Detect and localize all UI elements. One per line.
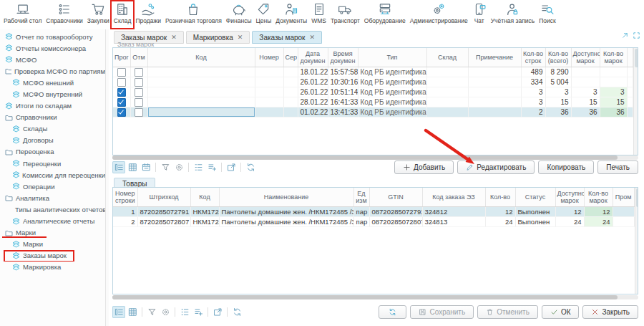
cell-kod[interactable] <box>147 97 255 107</box>
cell-sklad[interactable] <box>426 67 468 77</box>
cell-ser[interactable] <box>283 67 298 77</box>
sidebar-item-марки[interactable]: Марки <box>0 227 105 239</box>
cell-sklad[interactable] <box>426 77 468 87</box>
prog-checkbox[interactable] <box>117 88 126 97</box>
open-external-button[interactable] <box>225 161 238 173</box>
copy-button[interactable]: Копировать <box>538 160 594 174</box>
column-header[interactable]: Отм <box>130 48 147 67</box>
toolbar-item-prices[interactable]: Цены <box>254 0 274 29</box>
prog-checkbox[interactable] <box>117 78 126 87</box>
cell-total[interactable]: 3 <box>545 87 571 97</box>
settings-button[interactable] <box>159 306 172 318</box>
cell-order-code[interactable]: 324813 <box>422 217 485 227</box>
cell-nomer[interactable] <box>255 77 283 87</box>
toolbar-item-account[interactable]: Учётная запись <box>489 0 537 29</box>
cell-marks[interactable]: 24 <box>584 217 613 227</box>
sidebar-item-договоры[interactable]: Договоры <box>0 135 105 146</box>
view-list-button[interactable] <box>112 161 125 173</box>
cell-status[interactable]: Выполнен <box>515 207 555 217</box>
table-row[interactable]: 18.01.2215:57:58Код РБ идентификации4898… <box>113 67 633 77</box>
column-header[interactable]: Время докумен <box>328 48 358 67</box>
cell-available[interactable]: 15 <box>571 97 600 107</box>
cell-name[interactable]: Пантолеты домашние жен. /НКМ172485 /38/3… <box>219 217 353 227</box>
cell-lines[interactable]: 2 <box>521 107 545 118</box>
cell-prim[interactable] <box>468 67 521 77</box>
sidebar-item-мсфо-внутренний[interactable]: МСФО внутренний <box>0 88 105 100</box>
column-header[interactable] <box>627 48 633 67</box>
cell-marks[interactable] <box>600 77 627 87</box>
sidebar-item-аналитика[interactable]: Аналитика <box>0 192 105 203</box>
numbered-list-button[interactable] <box>192 161 205 173</box>
otm-checkbox[interactable] <box>135 108 143 117</box>
cell-available[interactable]: 12 <box>555 207 584 217</box>
tab-1[interactable]: Маркировка✕ <box>186 31 250 44</box>
refresh-button[interactable] <box>379 305 406 319</box>
cell-nomer[interactable] <box>255 87 283 97</box>
open-external-button[interactable] <box>211 306 224 318</box>
cell-otm[interactable] <box>130 77 147 87</box>
refresh-button[interactable] <box>244 161 257 173</box>
cell-lines[interactable]: 3 <box>521 97 545 107</box>
cell-sklad[interactable] <box>426 107 468 118</box>
settings-button[interactable] <box>172 161 185 173</box>
toolbar-item-wms[interactable]: WMS <box>309 0 328 29</box>
cell-num[interactable]: 2 <box>113 217 137 227</box>
sidebar-item-маркировка[interactable]: Маркировка <box>0 262 105 273</box>
column-header[interactable]: Кол-во (всего) <box>545 48 571 67</box>
cell-order-code[interactable]: 324812 <box>422 207 485 217</box>
close-button[interactable]: Закрыть <box>582 305 638 319</box>
prog-checkbox[interactable] <box>117 108 126 117</box>
cell-code[interactable]: НКМ172485 <box>190 207 219 217</box>
products-vertical-scrollbar[interactable] <box>635 188 639 294</box>
cell-kod[interactable] <box>147 87 255 97</box>
otm-checkbox[interactable] <box>135 88 143 97</box>
cell-ser[interactable] <box>283 97 298 107</box>
cell-marks[interactable]: 3 <box>600 87 627 97</box>
cell-num[interactable]: 1 <box>113 207 137 217</box>
cell-type[interactable]: Код РБ идентификации <box>358 67 426 77</box>
add-to-list-button[interactable] <box>205 161 218 173</box>
print-button[interactable]: Печать <box>597 160 638 174</box>
cell-kod[interactable] <box>147 67 255 77</box>
column-header[interactable]: Дата докумен <box>298 48 328 67</box>
cell-nomer[interactable] <box>255 97 283 107</box>
cell-prim[interactable] <box>468 77 521 87</box>
cell-gtin[interactable]: 08720285072791 <box>369 207 422 217</box>
view-grid-button[interactable] <box>126 161 139 173</box>
cell-kod[interactable] <box>147 77 255 87</box>
view-grid-button[interactable] <box>126 306 139 318</box>
add-button[interactable]: Добавить <box>394 160 454 174</box>
cell-available[interactable]: 36 <box>571 107 600 118</box>
sidebar-item-склады[interactable]: Склады <box>0 123 105 135</box>
column-header[interactable]: Номер <box>255 48 283 67</box>
cell-type[interactable]: Код РБ идентификации <box>358 87 426 97</box>
column-header[interactable]: Наименование <box>219 188 353 207</box>
column-header[interactable]: Доступно марок <box>555 188 584 207</box>
cell-date[interactable]: 01.02.22 <box>298 107 328 118</box>
cell-marks[interactable] <box>600 67 627 77</box>
cell-otm[interactable] <box>130 87 147 97</box>
cell-available[interactable] <box>571 77 600 87</box>
cell-nomer[interactable] <box>255 67 283 77</box>
tab-close-icon[interactable]: ✕ <box>238 34 243 41</box>
cell-qty[interactable]: 24 <box>485 217 515 227</box>
table-row[interactable]: 28.01.2216:41:33Код РБ идентификации3151… <box>113 97 633 107</box>
save-button[interactable]: Сохранить <box>410 305 474 319</box>
cell-date[interactable]: 26.01.22 <box>298 77 328 87</box>
toolbar-item-catalogs[interactable]: Справочники <box>44 0 85 29</box>
sidebar-item-марки[interactable]: Марки <box>0 239 105 250</box>
toolbar-item-transport[interactable]: Транспорт <box>328 0 362 29</box>
table-row[interactable]: 01.02.2213:41:33Код РБ идентификации2363… <box>113 107 633 118</box>
cell-prog[interactable] <box>113 87 130 97</box>
sidebar-item-комиссии-для-переоценки[interactable]: Комиссии для переоценки <box>0 169 105 181</box>
sidebar-item-аналитические-отчеты[interactable]: Аналитические отчеты <box>0 216 105 227</box>
cell-unit[interactable]: пар <box>353 217 369 227</box>
column-header[interactable]: Склад <box>426 48 468 67</box>
fullscreen-icon[interactable] <box>633 32 640 39</box>
table-row[interactable]: 26.01.2210:30:16Код РБ идентификации3345… <box>113 77 633 87</box>
cell-date[interactable]: 18.01.22 <box>298 67 328 77</box>
cell-time[interactable]: 15:57:58 <box>328 67 358 77</box>
cell-unit[interactable]: пар <box>353 207 369 217</box>
otm-checkbox[interactable] <box>135 98 143 107</box>
cell-kod[interactable] <box>147 107 255 118</box>
